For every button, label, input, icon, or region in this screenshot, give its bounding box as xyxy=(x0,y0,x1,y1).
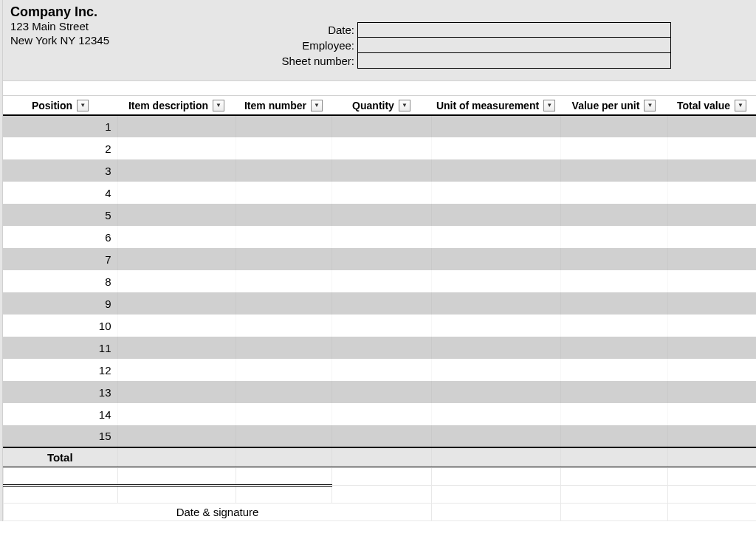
position-cell[interactable]: 9 xyxy=(3,292,117,315)
data-cell[interactable] xyxy=(236,381,331,403)
data-cell[interactable] xyxy=(236,315,331,337)
filter-dropdown-icon[interactable]: ▼ xyxy=(735,100,746,111)
data-cell[interactable] xyxy=(560,425,667,447)
position-cell[interactable]: 15 xyxy=(3,425,117,447)
data-cell[interactable] xyxy=(117,137,236,159)
data-cell[interactable] xyxy=(331,359,431,381)
data-cell[interactable] xyxy=(431,315,560,337)
data-cell[interactable] xyxy=(236,292,331,315)
total-cell[interactable] xyxy=(431,447,560,467)
data-cell[interactable] xyxy=(667,425,756,447)
filter-dropdown-icon[interactable]: ▼ xyxy=(644,100,656,111)
data-cell[interactable] xyxy=(236,337,331,359)
data-cell[interactable] xyxy=(331,115,431,137)
data-cell[interactable] xyxy=(667,403,756,425)
data-cell[interactable] xyxy=(117,226,236,248)
data-cell[interactable] xyxy=(236,425,331,447)
data-cell[interactable] xyxy=(331,381,431,403)
data-cell[interactable] xyxy=(117,159,236,182)
sheet-number-input[interactable] xyxy=(357,53,671,69)
position-cell[interactable]: 11 xyxy=(3,337,117,359)
data-cell[interactable] xyxy=(117,115,236,137)
data-cell[interactable] xyxy=(667,137,756,159)
position-cell[interactable]: 5 xyxy=(3,204,117,226)
data-cell[interactable] xyxy=(667,115,756,137)
total-cell[interactable] xyxy=(667,447,756,467)
position-cell[interactable]: 13 xyxy=(3,381,117,403)
data-cell[interactable] xyxy=(431,425,560,447)
data-cell[interactable] xyxy=(560,115,667,137)
data-cell[interactable] xyxy=(117,337,236,359)
data-cell[interactable] xyxy=(117,292,236,315)
position-cell[interactable]: 10 xyxy=(3,315,117,337)
data-cell[interactable] xyxy=(560,381,667,403)
data-cell[interactable] xyxy=(431,403,560,425)
position-cell[interactable]: 2 xyxy=(3,137,117,159)
data-cell[interactable] xyxy=(667,159,756,182)
data-cell[interactable] xyxy=(431,337,560,359)
data-cell[interactable] xyxy=(331,337,431,359)
data-cell[interactable] xyxy=(236,204,331,226)
filter-dropdown-icon[interactable]: ▼ xyxy=(213,100,224,111)
position-cell[interactable]: 8 xyxy=(3,270,117,292)
data-cell[interactable] xyxy=(431,137,560,159)
total-cell[interactable] xyxy=(236,447,331,467)
position-cell[interactable]: 3 xyxy=(3,159,117,182)
data-cell[interactable] xyxy=(331,248,431,270)
filter-dropdown-icon[interactable]: ▼ xyxy=(311,100,323,111)
data-cell[interactable] xyxy=(560,182,667,204)
data-cell[interactable] xyxy=(236,115,331,137)
data-cell[interactable] xyxy=(331,315,431,337)
position-cell[interactable]: 7 xyxy=(3,248,117,270)
data-cell[interactable] xyxy=(431,115,560,137)
data-cell[interactable] xyxy=(236,182,331,204)
data-cell[interactable] xyxy=(431,248,560,270)
data-cell[interactable] xyxy=(117,359,236,381)
data-cell[interactable] xyxy=(331,226,431,248)
data-cell[interactable] xyxy=(331,137,431,159)
data-cell[interactable] xyxy=(431,204,560,226)
position-cell[interactable]: 12 xyxy=(3,359,117,381)
total-cell[interactable] xyxy=(331,447,431,467)
data-cell[interactable] xyxy=(667,337,756,359)
data-cell[interactable] xyxy=(560,359,667,381)
data-cell[interactable] xyxy=(236,159,331,182)
data-cell[interactable] xyxy=(431,270,560,292)
data-cell[interactable] xyxy=(331,182,431,204)
data-cell[interactable] xyxy=(117,182,236,204)
filter-dropdown-icon[interactable]: ▼ xyxy=(399,100,410,111)
data-cell[interactable] xyxy=(431,159,560,182)
data-cell[interactable] xyxy=(431,359,560,381)
data-cell[interactable] xyxy=(667,226,756,248)
data-cell[interactable] xyxy=(667,182,756,204)
total-cell[interactable] xyxy=(117,447,236,467)
data-cell[interactable] xyxy=(117,381,236,403)
data-cell[interactable] xyxy=(560,403,667,425)
data-cell[interactable] xyxy=(667,359,756,381)
total-cell[interactable] xyxy=(560,447,667,467)
data-cell[interactable] xyxy=(331,425,431,447)
data-cell[interactable] xyxy=(236,359,331,381)
data-cell[interactable] xyxy=(560,137,667,159)
data-cell[interactable] xyxy=(236,248,331,270)
data-cell[interactable] xyxy=(431,292,560,315)
filter-dropdown-icon[interactable]: ▼ xyxy=(77,100,89,111)
data-cell[interactable] xyxy=(560,315,667,337)
data-cell[interactable] xyxy=(117,403,236,425)
data-cell[interactable] xyxy=(236,226,331,248)
data-cell[interactable] xyxy=(667,381,756,403)
data-cell[interactable] xyxy=(236,137,331,159)
data-cell[interactable] xyxy=(560,248,667,270)
data-cell[interactable] xyxy=(331,159,431,182)
position-cell[interactable]: 1 xyxy=(3,115,117,137)
data-cell[interactable] xyxy=(331,292,431,315)
data-cell[interactable] xyxy=(117,248,236,270)
filter-dropdown-icon[interactable]: ▼ xyxy=(543,100,555,111)
data-cell[interactable] xyxy=(667,248,756,270)
data-cell[interactable] xyxy=(331,270,431,292)
data-cell[interactable] xyxy=(560,270,667,292)
data-cell[interactable] xyxy=(560,159,667,182)
data-cell[interactable] xyxy=(667,292,756,315)
data-cell[interactable] xyxy=(431,182,560,204)
data-cell[interactable] xyxy=(560,204,667,226)
